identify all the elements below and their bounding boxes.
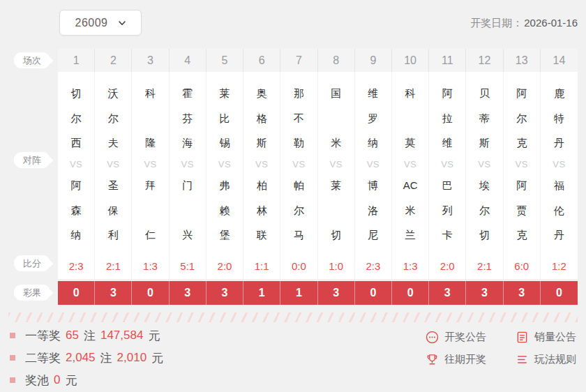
sales-report-icon <box>516 331 529 344</box>
team-name-char: 拜 <box>145 180 156 190</box>
matchup-cell: 阿尔克VS阿贾克 <box>504 72 541 255</box>
period-value: 26009 <box>75 17 108 29</box>
match-result: 1 <box>243 281 280 305</box>
vs-label: VS <box>292 159 305 169</box>
match-column: 14鹿特丹VS福伦丹1:20 <box>541 49 578 305</box>
home-team: 莱比锡 <box>219 88 230 148</box>
match-score: 2:0 <box>429 255 466 279</box>
prize-amount-unit: 元 <box>148 328 160 344</box>
match-column: 6奥格斯VS柏林联1:11 <box>243 49 280 305</box>
bullet-icon <box>10 333 15 338</box>
team-name-char: 帕 <box>294 180 304 190</box>
matchup-cell: 科隆VS拜仁 <box>132 72 169 255</box>
matchup-cell: 奥格斯VS柏林联 <box>243 72 280 255</box>
match-number: 8 <box>318 49 355 72</box>
prize-summary: 一等奖65注147,584元二等奖2,045注2,010元奖池0元 <box>10 328 163 392</box>
away-team: 莱切 <box>331 180 341 240</box>
match-column: 3科隆VS拜仁1:30 <box>132 49 169 305</box>
match-score: 1:1 <box>243 255 280 279</box>
match-number: 3 <box>132 49 169 72</box>
vs-label: VS <box>181 159 194 169</box>
team-name-char: 锡 <box>219 137 230 148</box>
rules-icon <box>516 353 529 366</box>
matchup-cell: 霍芬海VS门兴 <box>170 72 206 255</box>
hatch-divider <box>8 312 578 322</box>
prize-amount: 2,010 <box>117 351 147 365</box>
team-name-char: 巴 <box>442 180 453 190</box>
team-name-char: 夫 <box>108 137 119 148</box>
away-team: 福伦丹 <box>554 180 564 240</box>
team-name-char: 国 <box>331 88 341 98</box>
team-name-char: 罗 <box>368 113 378 123</box>
home-team: 那不勒 <box>294 88 304 148</box>
team-name-char: 维 <box>368 88 378 98</box>
home-team: 阿尔克 <box>516 88 527 148</box>
team-name-char: 利 <box>108 229 119 240</box>
match-column: 9维罗纳VS博洛尼2:30 <box>355 49 392 305</box>
team-name-char: 拉 <box>442 113 453 123</box>
prize-amount: 0 <box>54 373 60 387</box>
team-name-char: 林 <box>257 205 267 216</box>
away-team: 门兴 <box>182 180 193 240</box>
match-column: 10科莫VSAC米兰1:30 <box>392 49 429 305</box>
match-column: 5莱比锡VS弗赖堡2:03 <box>206 49 243 305</box>
vs-label: VS <box>70 159 82 169</box>
team-name-char: 兴 <box>182 229 193 240</box>
team-name-char: 阿 <box>71 180 82 190</box>
link-玩法规则[interactable]: 玩法规则 <box>516 353 576 366</box>
prize-count: 2,045 <box>66 351 96 365</box>
match-result: 0 <box>392 281 429 305</box>
prize-line: 奖池0元 <box>10 372 163 388</box>
link-往期开奖[interactable]: 往期开奖 <box>426 353 486 366</box>
team-name-char: 米 <box>331 137 341 148</box>
vs-label: VS <box>329 159 342 169</box>
team-name-char: 比 <box>219 113 230 123</box>
match-column: 8国米VS莱切1:03 <box>318 49 355 305</box>
team-name-char: 洛 <box>368 205 378 216</box>
matchup-cell: 沃尔夫VS圣保利 <box>95 72 132 255</box>
match-number: 6 <box>243 49 280 72</box>
team-name-char: 列 <box>442 205 453 216</box>
team-name-char: 斯 <box>257 137 267 148</box>
team-name-char: 尔 <box>479 205 490 216</box>
link-label: 玩法规则 <box>534 353 576 366</box>
team-name-char: 纳 <box>71 229 82 240</box>
matchup-cell: 贝蒂斯VS埃尔切 <box>466 72 503 255</box>
matchup-cell: 切尔西VS阿森纳 <box>58 72 95 255</box>
team-name-char: 米 <box>405 205 416 216</box>
link-开奖公告[interactable]: 开奖公告 <box>426 331 486 344</box>
match-score: 2:1 <box>95 255 132 279</box>
team-name-char: 圣 <box>108 180 119 190</box>
away-team: 巴列卡 <box>442 180 453 240</box>
period-dropdown[interactable]: 26009 <box>59 10 142 36</box>
prize-amount-unit: 元 <box>65 372 77 389</box>
prize-line: 一等奖65注147,584元 <box>10 328 163 343</box>
match-result: 0 <box>132 281 169 305</box>
match-result: 3 <box>95 281 132 305</box>
link-销量公告[interactable]: 销量公告 <box>516 331 576 344</box>
matchup-cell: 鹿特丹VS福伦丹 <box>541 72 578 255</box>
match-result: 3 <box>170 281 206 305</box>
team-name-char: 沃 <box>108 88 119 98</box>
team-name-char: 不 <box>294 113 304 123</box>
away-team: 拜仁 <box>145 180 156 240</box>
draw-date-label: 开奖日期： <box>470 17 523 29</box>
team-name-char: 奥 <box>257 88 267 98</box>
team-name-char: 切 <box>331 229 341 240</box>
team-name-char: 维 <box>442 137 453 148</box>
team-name-char: 福 <box>554 180 564 190</box>
team-name-char: 科 <box>405 88 416 98</box>
team-name-char: 尔 <box>516 113 527 123</box>
team-name-char: 兰 <box>405 229 416 240</box>
team-name-char: 科 <box>145 88 156 98</box>
team-name-char: 海 <box>182 137 193 148</box>
link-label: 开奖公告 <box>444 331 486 344</box>
team-name-char: 蒂 <box>479 113 490 123</box>
team-name-char: 马 <box>294 229 304 240</box>
home-team: 鹿特丹 <box>554 88 564 148</box>
team-name-char: 西 <box>71 137 82 148</box>
team-name-char: 霍 <box>182 88 193 98</box>
home-team: 维罗纳 <box>368 88 378 148</box>
home-team: 科隆 <box>145 88 156 148</box>
team-name-char: 阿 <box>516 180 527 190</box>
